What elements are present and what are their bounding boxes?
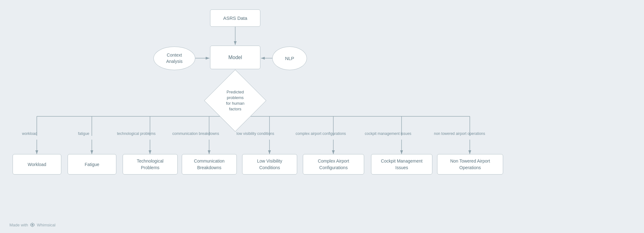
nlp-node: NLP — [272, 47, 307, 70]
comm-box: CommunicationBreakdowns — [182, 154, 237, 175]
tech-box: TechnologicalProblems — [123, 154, 178, 175]
nontowered-arrow-label: non towered airport operations — [434, 131, 485, 136]
diagram-container: ASRS Data Model ContextAnalysis NLP Pred… — [0, 0, 644, 233]
cockpit-box: Cockpit ManagementIssues — [371, 154, 432, 175]
whimsical-logo — [30, 222, 35, 227]
workload-box: Workload — [13, 154, 61, 175]
complex-arrow-label: complex airport configurations — [296, 131, 346, 136]
tech-arrow-label: technological problems — [117, 131, 156, 136]
comm-arrow-label: communication breakdowns — [172, 131, 219, 136]
cockpit-arrow-label: cockpit management issues — [365, 131, 411, 136]
lowvis-box: Low VisibilityConditions — [242, 154, 297, 175]
arrows-svg — [0, 0, 644, 233]
watermark: Made with Whimsical — [9, 222, 55, 227]
context-analysis-node: ContextAnalysis — [153, 47, 195, 70]
fatigue-box: Fatigue — [68, 154, 116, 175]
fatigue-arrow-label: fatigue — [78, 131, 89, 136]
whimsical-brand: Whimsical — [37, 223, 55, 227]
lowvis-arrow-label: low visibility conditions — [236, 131, 274, 136]
complex-box: Complex AirportConfigurations — [303, 154, 364, 175]
workload-arrow-label: workload — [22, 131, 37, 136]
svg-marker-24 — [31, 224, 33, 226]
nontowered-box: Non Towered AirportOperations — [437, 154, 503, 175]
model-node: Model — [210, 46, 260, 69]
predicted-problems-node: Predictedproblemsfor humanfactors — [213, 79, 257, 123]
made-with-text: Made with — [9, 223, 28, 227]
asrs-data-node: ASRS Data — [210, 9, 260, 27]
diamond-label: Predictedproblemsfor humanfactors — [225, 88, 246, 114]
